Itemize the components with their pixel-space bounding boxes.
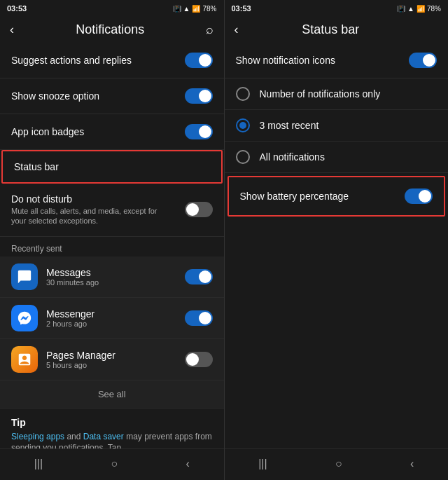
right-panel: 03:53 📳 ▲ 📶 78% ‹ Status bar Show notifi… (225, 0, 449, 480)
three-recent-radio[interactable] (236, 118, 250, 132)
three-recent-label: 3 most recent (260, 120, 319, 131)
right-signal-icon: ▲ (407, 5, 414, 13)
notif-icons-toggle[interactable] (409, 53, 437, 68)
right-bottom-nav: ||| ○ ‹ (225, 448, 449, 480)
left-panel: 03:53 📳 ▲ 📶 78% ‹ Notifications ⌕ Sugges… (0, 0, 224, 480)
messenger-app-time: 2 hours ago (46, 320, 185, 328)
sleeping-apps-link[interactable]: Sleeping apps (11, 432, 64, 441)
left-page-title: Notifications (76, 22, 144, 37)
right-nav-home[interactable]: ○ (321, 455, 356, 473)
data-saver-link[interactable]: Data saver (83, 432, 124, 441)
left-search-button[interactable]: ⌕ (206, 22, 214, 37)
messages-app-time: 30 minutes ago (46, 278, 185, 287)
right-battery-text: 78% (427, 5, 441, 13)
right-settings-list: Show notification icons Number of notifi… (225, 43, 449, 448)
right-nav-back[interactable]: ‹ (396, 455, 428, 473)
messenger-icon (11, 305, 38, 331)
messages-app-item[interactable]: Messages 30 minutes ago (0, 256, 224, 298)
show-snooze-toggle[interactable] (185, 88, 213, 104)
pages-icon (11, 346, 38, 373)
app-badges-item[interactable]: App icon badges (0, 114, 224, 150)
app-badges-label: App icon badges (11, 126, 185, 137)
tip-title: Tip (11, 417, 213, 428)
suggest-actions-label: Suggest actions and replies (11, 55, 185, 66)
left-nav-home[interactable]: ○ (97, 455, 132, 473)
see-all-button[interactable]: See all (0, 380, 224, 409)
all-notif-item[interactable]: All notifications (225, 142, 449, 173)
messenger-app-item[interactable]: Messenger 2 hours ago (0, 298, 224, 339)
left-time: 03:53 (7, 4, 27, 13)
notif-icons-item[interactable]: Show notification icons (225, 43, 449, 78)
right-wifi-icon: 📶 (416, 5, 425, 13)
number-only-radio[interactable] (236, 87, 250, 101)
right-time: 03:53 (232, 4, 251, 13)
dnd-toggle[interactable] (185, 202, 213, 217)
tip-text: Sleeping apps and Data saver may prevent… (11, 431, 213, 448)
recently-sent-label: Recently sent (0, 237, 224, 256)
left-top-nav: ‹ Notifications ⌕ (0, 17, 224, 43)
messenger-toggle[interactable] (185, 310, 213, 326)
all-notif-radio[interactable] (236, 150, 250, 164)
signal-icon: ▲ (183, 5, 190, 13)
right-back-button[interactable]: ‹ (234, 22, 239, 37)
left-status-bar: 03:53 📳 ▲ 📶 78% (0, 0, 224, 17)
right-status-bar: 03:53 📳 ▲ 📶 78% (225, 0, 449, 17)
pages-app-item[interactable]: Pages Manager 5 hours ago (0, 339, 224, 380)
left-status-icons: 📳 ▲ 📶 78% (173, 5, 217, 13)
dnd-item[interactable]: Do not disturb Mute all calls, alerts, a… (0, 184, 224, 237)
three-recent-item[interactable]: 3 most recent (225, 110, 449, 142)
show-battery-item[interactable]: Show battery percentage (227, 176, 446, 217)
show-snooze-label: Show snooze option (11, 90, 185, 102)
right-nav-recent[interactable]: ||| (244, 455, 281, 473)
messages-icon (11, 263, 38, 290)
left-nav-back[interactable]: ‹ (172, 455, 204, 473)
status-bar-label: Status bar (14, 161, 210, 172)
messenger-app-name: Messenger (46, 308, 185, 320)
left-back-button[interactable]: ‹ (10, 22, 14, 37)
notif-icons-label: Show notification icons (236, 55, 410, 66)
show-snooze-item[interactable]: Show snooze option (0, 78, 224, 114)
app-badges-toggle[interactable] (185, 124, 213, 139)
number-only-item[interactable]: Number of notifications only (225, 78, 449, 110)
show-battery-toggle[interactable] (405, 188, 433, 204)
wifi-icon: 📶 (192, 5, 200, 13)
dnd-sub: Mute all calls, alerts, and media, excep… (11, 206, 165, 226)
suggest-actions-item[interactable]: Suggest actions and replies (0, 43, 224, 78)
right-status-icons: 📳 ▲ 📶 78% (397, 5, 441, 13)
battery-text: 78% (202, 5, 216, 13)
pages-app-time: 5 hours ago (46, 361, 185, 369)
tip-and: and (64, 432, 83, 441)
status-bar-item[interactable]: Status bar (1, 150, 223, 184)
left-settings-list: Suggest actions and replies Show snooze … (0, 43, 224, 448)
messages-app-name: Messages (46, 267, 185, 278)
dnd-label: Do not disturb (11, 193, 185, 205)
left-bottom-nav: ||| ○ ‹ (0, 448, 224, 480)
pages-app-name: Pages Manager (46, 350, 185, 361)
right-sim-icon: 📳 (397, 5, 405, 13)
number-only-label: Number of notifications only (260, 88, 381, 100)
right-top-nav: ‹ Status bar (225, 17, 449, 43)
tip-section: Tip Sleeping apps and Data saver may pre… (0, 409, 224, 448)
suggest-actions-toggle[interactable] (185, 53, 213, 68)
sim-icon: 📳 (173, 5, 181, 13)
all-notif-label: All notifications (260, 151, 325, 163)
messages-toggle[interactable] (185, 269, 213, 284)
right-page-title: Status bar (302, 22, 359, 37)
show-battery-label: Show battery percentage (240, 191, 349, 202)
pages-toggle[interactable] (185, 352, 213, 367)
left-nav-recent[interactable]: ||| (20, 455, 57, 473)
